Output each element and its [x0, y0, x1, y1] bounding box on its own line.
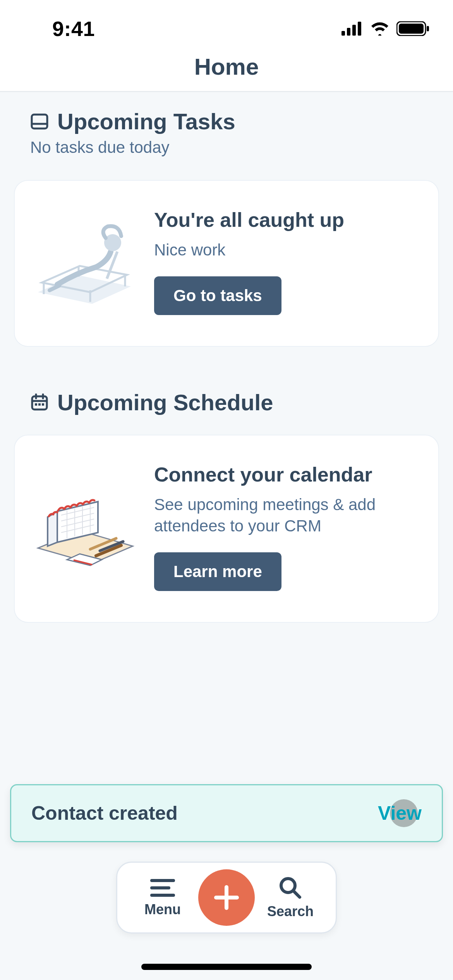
status-icons [341, 21, 430, 36]
svg-rect-21 [42, 403, 44, 406]
content: Upcoming Tasks No tasks due today [0, 92, 453, 623]
section-subtitle: No tasks due today [30, 138, 439, 157]
section-header-tasks: Upcoming Tasks [30, 108, 439, 134]
svg-rect-2 [352, 25, 356, 36]
plus-icon [211, 882, 242, 913]
toast-notification: Contact created View [10, 784, 443, 842]
section-upcoming-tasks: Upcoming Tasks No tasks due today [14, 108, 439, 347]
svg-rect-16 [32, 396, 47, 409]
search-icon [278, 875, 303, 900]
menu-icon [149, 877, 176, 898]
svg-rect-7 [32, 115, 47, 128]
menu-button[interactable]: Menu [137, 877, 188, 918]
card-content: You're all caught up Nice work Go to tas… [154, 208, 415, 315]
svg-rect-19 [35, 403, 37, 406]
schedule-connect-card: Connect your calendar See upcoming meeti… [14, 435, 439, 623]
toast-view-button[interactable]: View [378, 802, 422, 824]
card-title: You're all caught up [154, 208, 415, 232]
svg-rect-3 [358, 22, 361, 36]
toast-message: Contact created [31, 802, 178, 824]
bottom-bar: Menu Search [116, 862, 337, 934]
go-to-tasks-button[interactable]: Go to tasks [154, 276, 281, 315]
svg-rect-0 [341, 31, 345, 36]
svg-rect-6 [427, 26, 429, 31]
relaxing-person-illustration [26, 211, 142, 312]
section-header-schedule: Upcoming Schedule [30, 389, 439, 415]
tasks-empty-card: You're all caught up Nice work Go to tas… [14, 180, 439, 347]
wifi-icon [370, 22, 390, 36]
card-body-text: Nice work [154, 240, 415, 261]
cellular-signal-icon [341, 22, 363, 36]
search-button[interactable]: Search [265, 875, 316, 920]
menu-label: Menu [144, 901, 181, 918]
svg-rect-1 [347, 28, 350, 36]
add-button[interactable] [198, 869, 255, 926]
section-upcoming-schedule: Upcoming Schedule [14, 389, 439, 623]
nav-header: Home [0, 43, 453, 92]
status-bar: 9:41 [0, 0, 453, 43]
calendar-desk-illustration [26, 476, 142, 577]
section-title: Upcoming Tasks [57, 108, 235, 134]
learn-more-button[interactable]: Learn more [154, 552, 281, 591]
calendar-icon [30, 393, 49, 411]
search-label: Search [267, 903, 314, 920]
page-title: Home [194, 53, 259, 80]
task-tray-icon [30, 112, 49, 131]
battery-icon [396, 21, 430, 36]
section-title: Upcoming Schedule [57, 389, 273, 415]
svg-line-44 [293, 891, 300, 897]
svg-rect-5 [399, 24, 424, 34]
card-title: Connect your calendar [154, 463, 415, 487]
card-content: Connect your calendar See upcoming meeti… [154, 463, 415, 591]
status-time: 9:41 [52, 17, 95, 41]
svg-rect-20 [38, 403, 41, 406]
home-indicator[interactable] [141, 964, 312, 970]
card-body-text: See upcoming meetings & add attendees to… [154, 494, 415, 536]
